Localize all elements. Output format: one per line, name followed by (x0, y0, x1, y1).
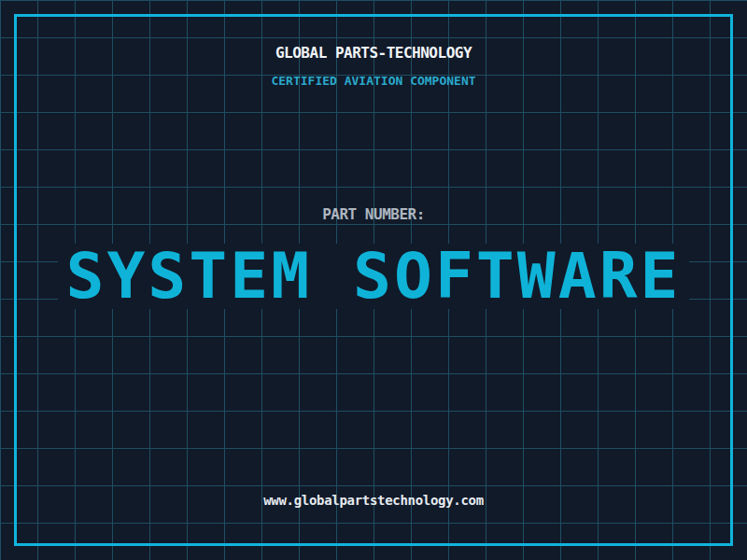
website-url: www.globalpartstechnology.com (0, 493, 747, 508)
part-number-value: SYSTEM SOFTWARE (58, 244, 688, 309)
part-number-row: SYSTEM SOFTWARE (0, 244, 747, 309)
label-screen: GLOBAL PARTS-TECHNOLOGY CERTIFIED AVIATI… (0, 0, 747, 560)
certification-subtitle: CERTIFIED AVIATION COMPONENT (0, 74, 747, 88)
part-number-label: PART NUMBER: (0, 205, 747, 223)
company-title: GLOBAL PARTS-TECHNOLOGY (0, 44, 747, 62)
